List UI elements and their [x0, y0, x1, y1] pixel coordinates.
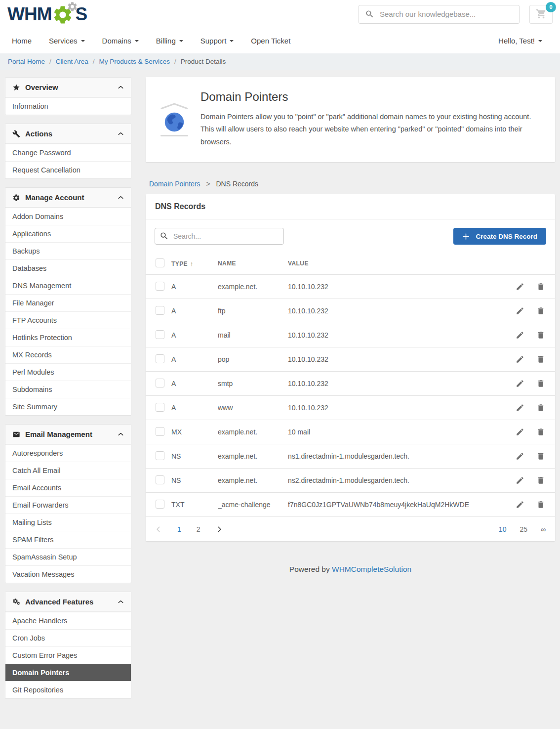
sidebar-section-manage-account-header[interactable]: Manage Account	[5, 188, 131, 208]
edit-button[interactable]	[516, 355, 524, 364]
cart-button[interactable]: 0	[529, 5, 553, 24]
whmcs-logo[interactable]: WHMS	[7, 3, 87, 26]
sidebar-item-spam-filters[interactable]: SPAM Filters	[5, 531, 131, 548]
search-icon	[365, 9, 374, 19]
sidebar-section-advanced-features-header[interactable]: Advanced Features	[5, 592, 131, 612]
delete-button[interactable]	[536, 452, 545, 461]
row-checkbox[interactable]	[156, 403, 164, 412]
breadcrumb-my-products[interactable]: My Products & Services	[99, 58, 170, 65]
sidebar-item-mx-records[interactable]: MX Records	[5, 346, 131, 363]
edit-button[interactable]	[516, 403, 524, 412]
sidebar-item-request-cancellation[interactable]: Request Cancellation	[5, 161, 131, 178]
sidebar-item-site-summary[interactable]: Site Summary	[5, 398, 131, 415]
delete-button[interactable]	[536, 403, 545, 412]
delete-button[interactable]	[536, 379, 545, 388]
sidebar-item-custom-error-pages[interactable]: Custom Error Pages	[5, 646, 131, 664]
sidebar-item-change-password[interactable]: Change Password	[5, 144, 131, 161]
sidebar-item-backups[interactable]: Backups	[5, 242, 131, 259]
account-menu[interactable]: Hello, Test!	[498, 37, 542, 45]
row-checkbox[interactable]	[156, 475, 164, 484]
delete-button[interactable]	[536, 282, 545, 291]
sidebar-item-autoresponders[interactable]: Autoresponders	[5, 444, 131, 462]
breadcrumb-client-area[interactable]: Client Area	[56, 58, 88, 65]
sidebar-item-vacation-messages[interactable]: Vacation Messages	[5, 565, 131, 583]
delete-button[interactable]	[536, 500, 545, 509]
sidebar-item-ftp-accounts[interactable]: FTP Accounts	[5, 311, 131, 329]
knowledgebase-search-input[interactable]	[359, 5, 520, 24]
delete-button[interactable]	[536, 306, 545, 315]
panel-title: DNS Records	[146, 194, 555, 219]
edit-button[interactable]	[516, 379, 524, 388]
caret-down-icon	[538, 40, 542, 42]
nav-services[interactable]: Services	[49, 37, 85, 45]
sidebar-item-addon-domains[interactable]: Addon Domains	[5, 208, 131, 225]
sidebar-item-git-repositories[interactable]: Git Repositories	[5, 681, 131, 698]
sidebar-item-spamassasin-setup[interactable]: SpamAssasin Setup	[5, 548, 131, 565]
trash-icon	[536, 428, 545, 436]
whmcompletesolution-link[interactable]: WHMCompleteSolution	[332, 565, 411, 573]
create-dns-record-button[interactable]: Create DNS Record	[453, 228, 546, 245]
row-checkbox[interactable]	[156, 282, 164, 291]
delete-button[interactable]	[536, 428, 545, 436]
edit-button[interactable]	[516, 282, 524, 291]
edit-button[interactable]	[516, 306, 524, 315]
nav-domains[interactable]: Domains	[102, 37, 139, 45]
breadcrumb-current: Product Details	[181, 58, 226, 65]
nav-billing[interactable]: Billing	[156, 37, 183, 45]
sidebar-item-perl-modules[interactable]: Perl Modules	[5, 363, 131, 381]
sidebar-item-dns-management[interactable]: DNS Management	[5, 277, 131, 294]
edit-button[interactable]	[516, 331, 524, 340]
sidebar-item-subdomains[interactable]: Subdomains	[5, 381, 131, 398]
row-checkbox[interactable]	[156, 330, 164, 339]
sidebar-item-catch-all-email[interactable]: Catch All Email	[5, 462, 131, 479]
sidebar-item-applications[interactable]: Applications	[5, 225, 131, 242]
nav-home[interactable]: Home	[12, 37, 32, 45]
sidebar-section-overview-header[interactable]: Overview	[5, 78, 131, 97]
page-prev-icon[interactable]	[155, 526, 162, 533]
cell-name: example.net.	[218, 476, 288, 484]
sidebar-item-cron-jobs[interactable]: Cron Jobs	[5, 629, 131, 646]
column-value[interactable]: VALUE	[288, 260, 500, 267]
sidebar-item-mailing-lists[interactable]: Mailing Lists	[5, 514, 131, 531]
nav-open-ticket[interactable]: Open Ticket	[251, 37, 290, 45]
delete-button[interactable]	[536, 355, 545, 364]
sidebar-item-hotlinks-protection[interactable]: Hotlinks Protection	[5, 329, 131, 346]
sidebar-item-apache-handlers[interactable]: Apache Handlers	[5, 612, 131, 629]
edit-button[interactable]	[516, 452, 524, 461]
cell-name: _acme-challenge	[218, 501, 288, 509]
row-checkbox[interactable]	[156, 427, 164, 436]
row-checkbox[interactable]	[156, 354, 164, 363]
page-2[interactable]: 2	[197, 525, 200, 533]
roof-icon	[160, 103, 188, 109]
edit-button[interactable]	[516, 476, 524, 485]
column-type[interactable]: TYPE↑	[171, 260, 218, 267]
page-size-25[interactable]: 25	[520, 525, 527, 533]
table-search-input[interactable]	[155, 228, 284, 245]
edit-button[interactable]	[516, 500, 524, 509]
select-all-checkbox[interactable]	[156, 258, 164, 267]
sidebar-item-domain-pointers[interactable]: Domain Pointers	[5, 664, 131, 681]
row-checkbox[interactable]	[156, 451, 164, 460]
row-checkbox[interactable]	[156, 379, 164, 387]
breadcrumb-portal-home[interactable]: Portal Home	[8, 58, 45, 65]
row-checkbox[interactable]	[156, 306, 164, 315]
sidebar-item-email-accounts[interactable]: Email Accounts	[5, 479, 131, 496]
sidebar-item-databases[interactable]: Databases	[5, 259, 131, 277]
page-size-10[interactable]: 10	[499, 525, 507, 533]
page-next-icon[interactable]	[216, 526, 223, 533]
sidebar-item-information[interactable]: Information	[5, 97, 131, 115]
main-nav: Home Services Domains Billing Support Op…	[0, 28, 560, 53]
row-checkbox[interactable]	[156, 500, 164, 509]
sidebar-section-email-management-header[interactable]: Email Management	[5, 425, 131, 444]
sidebar-item-email-forwarders[interactable]: Email Forwarders	[5, 496, 131, 514]
nav-support[interactable]: Support	[200, 37, 234, 45]
sidebar-item-file-manager[interactable]: File Manager	[5, 294, 131, 311]
page-size-all[interactable]: ∞	[541, 525, 546, 533]
delete-button[interactable]	[536, 476, 545, 485]
page-1[interactable]: 1	[177, 525, 181, 533]
panel-breadcrumb-link[interactable]: Domain Pointers	[149, 180, 200, 188]
sidebar-section-actions-header[interactable]: Actions	[5, 124, 131, 144]
column-name[interactable]: NAME	[218, 260, 288, 267]
delete-button[interactable]	[536, 331, 545, 340]
edit-button[interactable]	[516, 428, 524, 436]
